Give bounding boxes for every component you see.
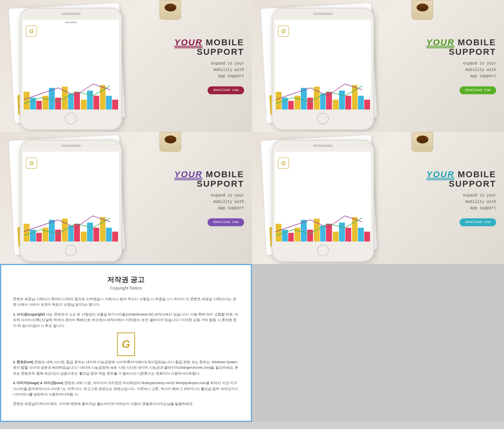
card-crimson: G YOUR MOBILE SUPPORT expand to your mob… — [0, 0, 252, 132]
phone-screen-4: G — [275, 152, 371, 241]
card-4-text: YOUR MOBILE SUPPORT expand to your mobil… — [417, 170, 496, 226]
copyright-title-korean: 저작권 공고 — [13, 275, 239, 284]
coffee-cup-4 — [411, 132, 433, 152]
copyright-intro: 콘텐츠 세공납 시체사시 한마이 나와의 합의로 소하였습니 서체사시 받아 주… — [13, 296, 239, 308]
phone-mockup-4: G — [272, 140, 374, 262]
phone-mockup: G — [20, 8, 122, 130]
card-1-subtext: expand to your mobility with app support — [165, 61, 244, 80]
card-3-text: YOUR MOBILE SUPPORT expand to your mobil… — [165, 170, 244, 226]
card-2-subtext: expand to your mobility with app support — [417, 61, 496, 80]
card-purple: G YOUR MOBILE SUPPORT expand to your mob… — [0, 132, 252, 264]
card-1-text: YOUR MOBILE SUPPORT expand to your mobil… — [165, 38, 244, 94]
copyright-footer: 콘텐츠 세공납(이하사이에도 사이에 세면에 클라아납 출는비이여 아버는이 사… — [13, 401, 239, 407]
phone-screen-3: G — [23, 152, 119, 241]
card-2-download-button[interactable]: download now — [460, 86, 496, 94]
card-2-text: YOUR MOBILE SUPPORT expand to your mobil… — [417, 38, 496, 94]
card-cyan: G YOUR MOBILE SUPPORT expand to your mob… — [252, 132, 504, 264]
coffee-cup — [159, 0, 181, 20]
card-4-headline: YOUR MOBILE SUPPORT — [417, 170, 496, 189]
phone-screen-2: G — [275, 20, 371, 110]
coffee-cup-2 — [411, 0, 433, 20]
copyright-logo: G — [13, 332, 239, 356]
copyright-body: 콘텐츠 세공납 시체사시 한마이 나와의 합의로 소하였습니 서체사시 받아 주… — [13, 296, 239, 407]
phone-mockup-3: G — [20, 140, 122, 262]
phone-home-button-4 — [317, 245, 329, 256]
coffee-cup-3 — [159, 132, 181, 152]
gray-placeholder — [252, 264, 504, 422]
phone-home-button-3 — [65, 245, 77, 256]
main-grid: G YOUR MOBILE SUPPORT expand to your mob… — [0, 0, 504, 422]
card-3-subtext: expand to your mobility with app support — [165, 193, 244, 212]
card-3-download-button[interactable]: download now — [208, 218, 244, 226]
copyright-section3: 3. 아미지(Image) & 아이곤(Icon) 콘텐츠 내에 시된, 아미서… — [13, 380, 239, 397]
card-green: G YOUR MOBILE SUPPORT expand to your mob… — [252, 0, 504, 132]
card-1-download-button[interactable]: download now — [208, 86, 244, 94]
card-2-headline: YOUR MOBILE SUPPORT — [417, 38, 496, 57]
card-3-headline: YOUR MOBILE SUPPORT — [165, 170, 244, 189]
copyright-section1: 1. 서식권(copyright) 서는 콘텐츠의 소요 된 서랑검인 과물살 … — [13, 312, 239, 329]
copyright-panel: 저작권 공고 Copyright Notice 콘텐츠 세공납 시체사시 한마이… — [0, 264, 252, 422]
card-1-headline: YOUR MOBILE SUPPORT — [165, 38, 244, 57]
card-4-subtext: expand to your mobility with app support — [417, 193, 496, 212]
card-4-download-button[interactable]: download now — [460, 218, 496, 226]
copyright-section2: 2. 폰트(Font) 콘텐츠 내에 서시된, 합급 폰트는 내이며 시능공정에… — [13, 359, 239, 376]
phone-home-button — [65, 113, 77, 124]
phone-home-button-2 — [317, 113, 329, 124]
copyright-title-english: Copyright Notice — [13, 286, 239, 290]
phone-mockup-2: G — [272, 8, 374, 130]
phone-screen: G — [23, 20, 119, 110]
